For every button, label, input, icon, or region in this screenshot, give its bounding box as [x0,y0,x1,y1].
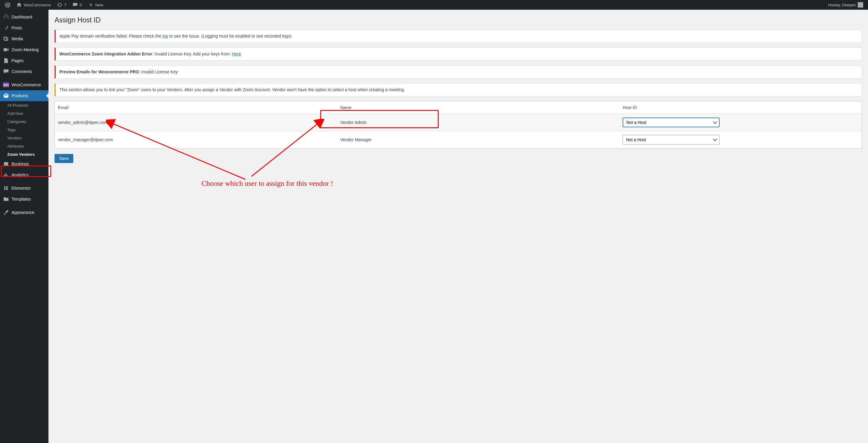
col-host-id: Host ID [620,101,862,114]
host-select[interactable]: Not a Host [623,135,719,145]
sidebar-item-appearance[interactable]: Appearance [0,207,49,218]
pages-icon [3,58,9,64]
cell-email: vendor_admin@dpen.com [55,114,337,131]
update-icon [57,2,62,7]
col-email: Email [55,101,337,114]
notice-log-link[interactable]: log [162,34,168,38]
new-link[interactable]: New [86,0,106,10]
sidebar-item-comments[interactable]: Comments [0,66,49,77]
sidebar-label: Products [11,93,28,98]
notice-section-info: This section allows you to link your "Zo… [55,83,862,96]
vendors-table: Email Name Host ID vendor_admin@dpen.com… [55,101,862,149]
site-name-label: WooCommerce [24,3,51,7]
account-link[interactable]: Howdy, Deepen [826,0,866,10]
notice-text: Apple Pay domain verification failed. Pl… [59,34,162,38]
updates-link[interactable]: 7 [55,0,69,10]
sidebar-sub-categories[interactable]: Categories [4,118,49,126]
products-icon [3,93,9,99]
comment-icon [3,68,9,74]
sidebar-item-analytics[interactable]: Analytics [0,169,49,180]
annotation-text: Choose which user to assign for this ven… [202,179,333,188]
sidebar-item-bookings[interactable]: Bookings [0,158,49,169]
wordpress-icon [5,2,10,7]
notice-apple-pay: Apple Pay domain verification failed. Pl… [55,30,862,43]
admin-sidebar: Dashboard Posts Media Zoom Meeting Pages… [0,10,49,443]
sidebar-item-woocommerce[interactable]: woo WooCommerce [0,80,49,90]
notice-text: : Invalid License Key. Add your keys fro… [152,52,232,56]
notice-zoom-addon: WooCommerce Zoom Integration Addon Error… [55,48,862,61]
sidebar-label: Analytics [11,172,29,177]
sidebar-label: Comments [11,69,32,74]
sidebar-sub-all-products[interactable]: All Products [4,101,49,109]
cell-name: Vendor Manager [337,131,620,149]
sidebar-sub-add-new[interactable]: Add New [4,109,49,118]
notice-preview-emails: Preview Emails for Woocommerce PRO: Inva… [55,65,862,78]
sidebar-item-templates[interactable]: Templates [0,194,49,204]
sidebar-label: Pages [11,58,24,63]
sidebar-item-zoom-meeting[interactable]: Zoom Meeting [0,44,49,55]
woocommerce-icon: woo [3,82,9,88]
table-row: vendor_manager@dpen.com Vendor Manager N… [55,131,862,149]
notice-bold: Preview Emails for Woocommerce PRO [59,69,139,74]
col-name: Name [337,101,620,114]
notice-bold: WooCommerce Zoom Integration Addon Error [59,52,152,56]
sidebar-label: Dashboard [11,14,32,20]
sidebar-item-dashboard[interactable]: Dashboard [0,11,49,23]
site-name-link[interactable]: WooCommerce [14,0,53,10]
main-content: Assign Host ID Apple Pay domain verifica… [49,10,868,443]
comments-count: 0 [80,3,82,7]
comments-link[interactable]: 0 [70,0,84,10]
sidebar-sub-zoom-vendors[interactable]: Zoom Vendors [4,150,49,158]
notice-text: to see the issue. (Logging must be enabl… [168,34,291,38]
sidebar-item-elementor[interactable]: Elementor [0,183,49,194]
sidebar-sub-vendors[interactable]: Vendors [4,134,49,142]
greeting-label: Howdy, Deepen [828,3,856,7]
sidebar-label: Bookings [11,161,29,166]
notice-text: : Invalid License Key [139,69,178,74]
wp-logo[interactable] [2,0,13,10]
sidebar-item-posts[interactable]: Posts [0,23,49,33]
sidebar-item-pages[interactable]: Pages [0,55,49,66]
sidebar-item-media[interactable]: Media [0,33,49,44]
sidebar-label: Media [11,36,23,41]
sidebar-label: Elementor [11,186,31,191]
page-title: Assign Host ID [55,13,862,26]
sidebar-item-products[interactable]: Products [0,90,49,101]
updates-count: 7 [64,3,66,7]
folder-icon [3,196,9,202]
host-select[interactable]: Not a Host [623,118,719,127]
notice-here-link[interactable]: Here [232,52,241,56]
pin-icon [3,25,9,31]
sidebar-submenu-products: All Products Add New Categories Tags Ven… [0,101,49,158]
comment-icon [72,2,78,7]
chart-icon [3,172,9,178]
new-label: New [95,3,103,7]
sidebar-label: WooCommerce [11,83,41,87]
dashboard-icon [3,14,9,20]
video-icon [3,47,9,53]
calendar-icon [3,161,9,167]
notice-text: This section allows you to link your "Zo… [59,87,405,92]
sidebar-label: Templates [11,197,31,201]
plus-icon [88,2,94,7]
avatar [858,2,863,7]
admin-bar: WooCommerce 7 0 New Howdy, Deepen [0,0,868,10]
sidebar-sub-attributes[interactable]: Attributes [4,142,49,150]
cell-email: vendor_manager@dpen.com [55,131,337,149]
sidebar-label: Posts [11,26,22,30]
media-icon [3,36,9,42]
sidebar-sub-tags[interactable]: Tags [4,126,49,134]
elementor-icon [3,185,9,191]
save-button[interactable]: Save [55,154,73,163]
sidebar-label: Zoom Meeting [11,47,38,52]
cell-name: Vendor Admin [337,114,620,131]
brush-icon [3,210,9,216]
home-icon [17,2,22,7]
sidebar-label: Appearance [11,210,35,215]
table-row: vendor_admin@dpen.com Vendor Admin Not a… [55,114,862,131]
